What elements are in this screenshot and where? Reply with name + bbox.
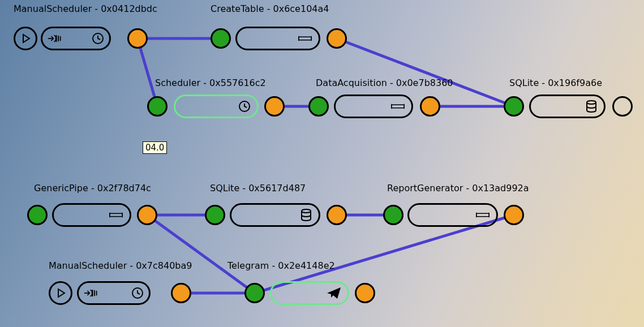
node-label-reportgenerator: ReportGenerator - 0x13ad992a [387, 183, 529, 193]
node-body-genericpipe[interactable] [52, 203, 131, 227]
input-port[interactable] [147, 96, 168, 117]
node-label-sqlite1: SQLite - 0x196f9a6e [509, 78, 602, 88]
input-port[interactable] [244, 283, 265, 303]
input-port[interactable] [211, 28, 231, 49]
input-port[interactable] [383, 205, 403, 225]
svg-rect-14 [476, 213, 489, 217]
svg-marker-0 [23, 35, 29, 42]
output-port[interactable] [171, 283, 191, 303]
node-body-dataacquisition[interactable] [334, 94, 413, 118]
node-body-sqlite2[interactable] [230, 203, 320, 227]
pipe-icon [475, 207, 491, 223]
output-port[interactable] [420, 96, 440, 117]
svg-rect-10 [110, 213, 122, 217]
node-label-manualscheduler1: ManualScheduler - 0x0412dbdc [14, 3, 157, 14]
clock-icon [131, 286, 144, 300]
play-button[interactable] [49, 281, 72, 305]
node-body-createtable[interactable] [235, 27, 320, 50]
output-port[interactable] [504, 205, 524, 225]
input-port[interactable] [504, 96, 524, 117]
node-body-scheduler[interactable] [174, 94, 259, 118]
node-label-createtable: CreateTable - 0x6ce104a4 [211, 3, 329, 14]
node-body-telegram[interactable] [270, 281, 349, 305]
pointer-icon [47, 31, 63, 46]
input-port[interactable] [308, 96, 329, 117]
svg-rect-2 [299, 37, 311, 40]
node-label-dataacquisition: DataAcquisition - 0x0e7b8360 [316, 78, 453, 88]
node-body-manualscheduler2[interactable] [77, 281, 151, 305]
node-label-scheduler: Scheduler - 0x557616c2 [155, 78, 266, 88]
flow-canvas[interactable]: ManualScheduler - 0x0412dbdc CreateTable… [0, 0, 644, 327]
output-port[interactable] [137, 205, 157, 225]
play-icon [54, 286, 67, 300]
node-label-sqlite2: SQLite - 0x5617d487 [210, 183, 306, 193]
node-body-manualscheduler1[interactable] [41, 27, 111, 50]
database-icon [585, 100, 598, 113]
clock-icon [91, 32, 105, 45]
output-port[interactable] [127, 28, 148, 49]
output-port[interactable] [612, 96, 633, 117]
output-port[interactable] [327, 205, 347, 225]
output-port[interactable] [264, 96, 285, 117]
clock-icon [238, 100, 251, 113]
input-port[interactable] [27, 205, 48, 225]
input-port[interactable] [205, 205, 225, 225]
send-icon [326, 285, 342, 301]
svg-marker-17 [58, 289, 65, 297]
edge [147, 215, 255, 293]
pipe-icon [108, 207, 124, 223]
value-tooltip: 04.0 [143, 141, 167, 154]
node-label-genericpipe: GenericPipe - 0x2f78d74c [34, 183, 151, 193]
pipe-icon [390, 98, 406, 114]
node-label-manualscheduler2: ManualScheduler - 0x7c840ba9 [49, 260, 192, 271]
svg-rect-6 [392, 105, 404, 108]
node-body-sqlite1[interactable] [529, 94, 606, 118]
pointer-icon [83, 285, 99, 301]
node-label-telegram: Telegram - 0x2e4148e2 [227, 260, 335, 271]
play-icon [19, 32, 32, 45]
output-port[interactable] [355, 283, 375, 303]
output-port[interactable] [327, 28, 347, 49]
node-body-reportgenerator[interactable] [407, 203, 498, 227]
database-icon [299, 208, 313, 222]
play-button[interactable] [14, 27, 37, 50]
svg-point-13 [302, 209, 311, 213]
pipe-icon [297, 31, 313, 46]
svg-point-9 [587, 101, 596, 104]
